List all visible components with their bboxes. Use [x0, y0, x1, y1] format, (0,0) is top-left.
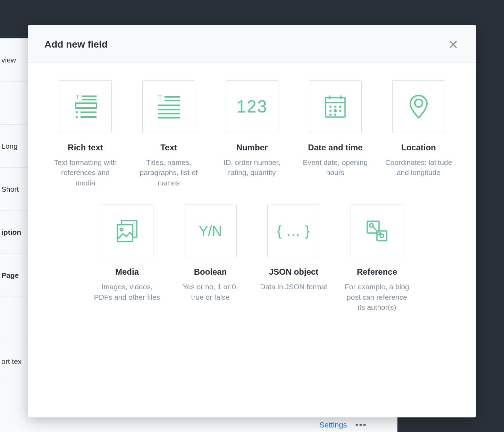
field-type-title: Text: [160, 143, 177, 152]
modal-title: Add new field: [44, 39, 108, 50]
text-icon: T: [142, 80, 195, 133]
svg-point-23: [334, 109, 337, 113]
field-type-date-time[interactable]: Date and time Event date, opening hours: [294, 80, 377, 205]
field-type-grid: T Rich text Text formatting with referen…: [42, 80, 462, 329]
field-type-reference[interactable]: Reference For example, a blog post can r…: [335, 205, 419, 329]
svg-point-6: [76, 116, 78, 118]
svg-point-19: [329, 106, 331, 108]
field-type-desc: ID, order number, rating, quantity: [217, 157, 287, 178]
svg-point-20: [334, 106, 336, 108]
background-actions: Settings •••: [319, 419, 367, 430]
svg-point-34: [134, 231, 135, 232]
field-type-location[interactable]: Location Coordinates: latitude and longi…: [377, 80, 460, 205]
svg-point-35: [134, 234, 135, 235]
field-type-title: Reference: [357, 267, 397, 277]
field-type-desc: Titles, names, paragraphs, list of names: [134, 157, 203, 188]
location-pin-icon: [392, 80, 445, 133]
field-type-desc: Event date, opening hours: [301, 157, 370, 178]
field-type-json[interactable]: { ... } JSON object Data in JSON format: [252, 205, 335, 329]
field-type-boolean[interactable]: Y/N Boolean Yes or no, 1 or 0, true or f…: [169, 205, 252, 329]
field-type-title: Media: [115, 267, 139, 277]
more-icon[interactable]: •••: [355, 419, 367, 430]
svg-text:T: T: [76, 94, 79, 100]
field-type-desc: Text formatting with references and medi…: [51, 157, 120, 188]
field-type-title: Number: [236, 143, 268, 152]
settings-link[interactable]: Settings: [319, 421, 347, 430]
reference-icon: [351, 205, 403, 257]
boolean-icon: Y/N: [184, 205, 237, 257]
field-type-desc: For example, a blog post can reference i…: [342, 282, 412, 312]
media-icon: [101, 205, 153, 257]
close-button[interactable]: [447, 38, 460, 51]
field-type-desc: Yes or no, 1 or 0, true or false: [176, 282, 245, 302]
svg-point-21: [339, 106, 341, 108]
field-type-number[interactable]: 123 Number ID, order number, rating, qua…: [210, 80, 294, 205]
field-type-desc: Data in JSON format: [260, 282, 327, 292]
field-type-desc: Images, videos, PDFs and other files: [92, 282, 162, 302]
field-type-title: Location: [401, 143, 436, 152]
field-type-media[interactable]: Media Images, videos, PDFs and other fil…: [85, 205, 169, 329]
svg-point-25: [329, 114, 331, 116]
field-type-text[interactable]: T Text Titles, names, paragraphs, list o…: [127, 80, 210, 205]
svg-point-24: [339, 110, 341, 112]
field-type-title: JSON object: [269, 267, 319, 277]
field-type-rich-text[interactable]: T Rich text Text formatting with referen…: [44, 80, 127, 205]
svg-point-26: [334, 114, 336, 116]
svg-point-22: [329, 110, 331, 112]
calendar-icon: [309, 80, 362, 133]
number-icon: 123: [226, 80, 278, 133]
field-type-desc: Coordinates: latitude and longitude: [384, 157, 453, 178]
svg-point-31: [134, 223, 135, 224]
svg-point-27: [415, 99, 422, 107]
modal-header: Add new field: [28, 25, 476, 63]
modal-body: T Rich text Text formatting with referen…: [28, 63, 476, 346]
close-icon: [448, 40, 458, 49]
field-type-title: Date and time: [308, 143, 362, 152]
field-type-title: Rich text: [68, 143, 103, 152]
add-field-modal: Add new field T: [28, 25, 476, 417]
rich-text-icon: T: [59, 80, 112, 133]
field-type-title: Boolean: [194, 267, 227, 277]
svg-point-33: [134, 229, 135, 230]
svg-rect-3: [76, 103, 96, 108]
svg-text:T: T: [158, 95, 162, 101]
svg-point-32: [134, 226, 135, 227]
json-icon: { ... }: [267, 205, 320, 257]
svg-point-38: [370, 224, 373, 227]
svg-point-4: [76, 111, 78, 113]
